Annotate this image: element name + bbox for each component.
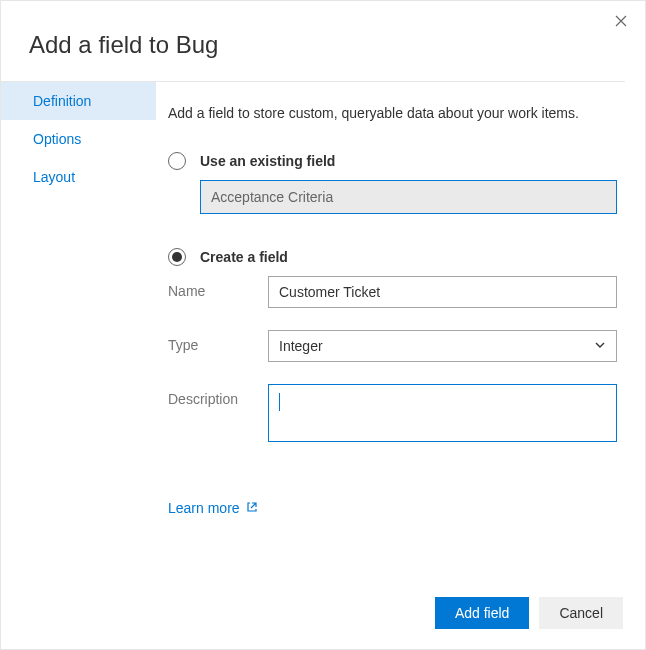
existing-field-dropdown[interactable]: Acceptance Criteria (200, 180, 617, 214)
learn-more-text: Learn more (168, 500, 240, 516)
description-row: Description (168, 384, 617, 442)
cancel-button[interactable]: Cancel (539, 597, 623, 629)
radio-existing-label: Use an existing field (200, 153, 335, 169)
dialog-body: Definition Options Layout Add a field to… (1, 81, 625, 579)
close-icon (615, 15, 627, 27)
name-row: Name (168, 276, 617, 308)
sidebar-item-options[interactable]: Options (1, 120, 156, 158)
external-link-icon (246, 500, 258, 516)
type-select[interactable]: Integer (268, 330, 617, 362)
type-row: Type Integer (168, 330, 617, 362)
chevron-down-icon (594, 338, 606, 354)
sidebar-item-definition[interactable]: Definition (1, 82, 156, 120)
text-caret (279, 393, 280, 411)
dialog-title: Add a field to Bug (1, 1, 645, 81)
learn-more-link[interactable]: Learn more (168, 500, 258, 516)
close-button[interactable] (611, 11, 631, 31)
name-input[interactable] (268, 276, 617, 308)
add-field-button[interactable]: Add field (435, 597, 529, 629)
radio-existing[interactable]: Use an existing field (168, 152, 617, 170)
sidebar: Definition Options Layout (1, 82, 156, 579)
type-value: Integer (279, 338, 323, 354)
content-panel: Add a field to store custom, queryable d… (156, 82, 625, 579)
intro-text: Add a field to store custom, queryable d… (168, 104, 617, 124)
radio-create-input[interactable] (168, 248, 186, 266)
radio-existing-input[interactable] (168, 152, 186, 170)
sidebar-item-layout[interactable]: Layout (1, 158, 156, 196)
dialog-footer: Add field Cancel (435, 597, 623, 629)
description-input[interactable] (268, 384, 617, 442)
type-label: Type (168, 330, 268, 353)
description-label: Description (168, 384, 268, 407)
radio-create[interactable]: Create a field (168, 248, 617, 266)
radio-create-label: Create a field (200, 249, 288, 265)
name-label: Name (168, 276, 268, 299)
